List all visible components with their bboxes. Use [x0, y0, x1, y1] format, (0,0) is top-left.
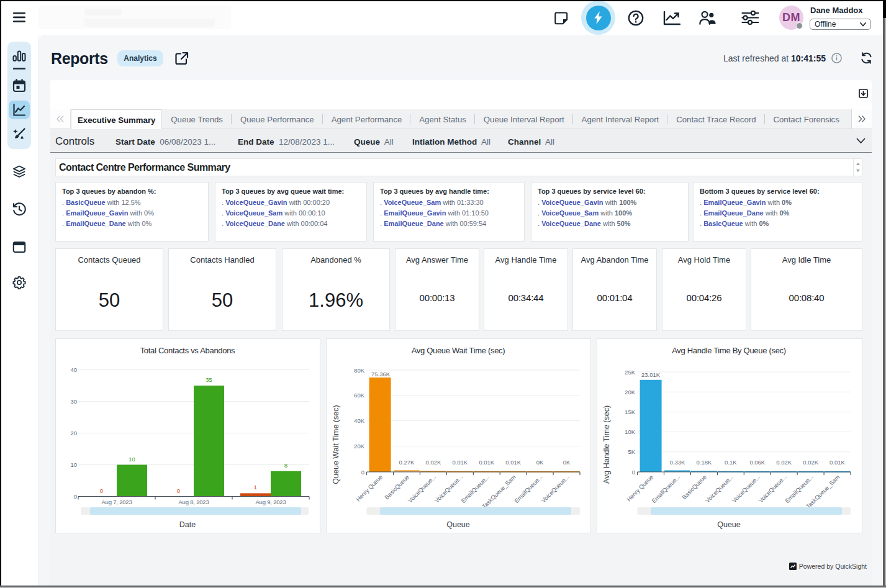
svg-text:8: 8 — [284, 462, 287, 469]
svg-text:0.01K: 0.01K — [829, 459, 845, 466]
svg-text:0: 0 — [100, 487, 103, 494]
svg-text:BasicQueue: BasicQueue — [383, 474, 410, 501]
svg-text:Avg Handle Time By Queue (sec): Avg Handle Time By Queue (sec) — [672, 346, 786, 355]
svg-text:0.27K: 0.27K — [399, 459, 415, 466]
svg-text:0.02K: 0.02K — [776, 459, 792, 466]
svg-text:10K: 10K — [625, 428, 636, 435]
svg-text:Total Contacts vs Abandons: Total Contacts vs Abandons — [140, 346, 235, 355]
svg-text:40: 40 — [70, 366, 77, 373]
svg-text:1: 1 — [254, 484, 257, 491]
svg-text:Aug 9, 2023: Aug 9, 2023 — [255, 499, 286, 505]
svg-text:20K: 20K — [625, 389, 636, 396]
svg-text:15K: 15K — [625, 409, 636, 415]
svg-text:Aug 8, 2023: Aug 8, 2023 — [178, 499, 209, 505]
svg-text:0: 0 — [632, 469, 635, 476]
svg-text:75.36K: 75.36K — [371, 371, 391, 378]
svg-text:40K: 40K — [354, 417, 365, 424]
svg-text:Henry Queue: Henry Queue — [625, 474, 654, 503]
svg-text:25K: 25K — [625, 369, 636, 376]
svg-text:Avg Handle Time (sec): Avg Handle Time (sec) — [602, 405, 611, 484]
svg-text:20: 20 — [70, 430, 77, 436]
svg-text:23.01K: 23.01K — [641, 371, 661, 378]
svg-text:35: 35 — [206, 376, 212, 383]
svg-text:30: 30 — [70, 398, 77, 405]
svg-text:0.18K: 0.18K — [696, 459, 712, 466]
svg-text:0.1K: 0.1K — [725, 459, 737, 466]
svg-text:20K: 20K — [354, 443, 365, 450]
svg-text:0.33K: 0.33K — [670, 459, 685, 466]
svg-text:EmailQueue...: EmailQueue... — [513, 474, 543, 504]
svg-text:VoiceQueue...: VoiceQueue... — [540, 474, 570, 504]
svg-text:VoiceQueue...: VoiceQueue... — [731, 474, 761, 504]
svg-text:VoiceQueue...: VoiceQueue... — [704, 474, 735, 504]
svg-text:VoiceQueue...: VoiceQueue... — [407, 474, 437, 504]
svg-text:0.01K: 0.01K — [505, 459, 521, 466]
svg-text:BasicQueue: BasicQueue — [680, 474, 708, 501]
svg-text:Date: Date — [179, 520, 196, 529]
svg-text:Queue Wait Time (sec): Queue Wait Time (sec) — [332, 405, 340, 484]
svg-text:60K: 60K — [354, 392, 365, 399]
svg-text:0.02K: 0.02K — [803, 459, 818, 466]
svg-text:0: 0 — [361, 469, 364, 476]
svg-text:Aug 7, 2023: Aug 7, 2023 — [101, 499, 132, 505]
svg-text:Henry Queue: Henry Queue — [355, 474, 384, 503]
svg-text:0.06K: 0.06K — [749, 459, 765, 466]
svg-text:0: 0 — [74, 493, 77, 500]
svg-text:0K: 0K — [536, 459, 544, 466]
svg-text:0.01K: 0.01K — [452, 459, 468, 466]
svg-text:EmailQueue...: EmailQueue... — [650, 474, 680, 504]
svg-text:5K: 5K — [628, 448, 635, 455]
svg-text:Avg Queue Wait Time (sec): Avg Queue Wait Time (sec) — [412, 346, 505, 355]
svg-text:0.02K: 0.02K — [425, 459, 441, 466]
svg-text:80K: 80K — [354, 367, 365, 374]
svg-text:0.01K: 0.01K — [479, 459, 494, 466]
svg-text:10: 10 — [70, 461, 77, 468]
svg-text:0K: 0K — [563, 459, 571, 466]
svg-text:10: 10 — [129, 456, 135, 463]
svg-text:Queue: Queue — [446, 520, 470, 529]
svg-text:0: 0 — [177, 487, 180, 494]
svg-text:Queue: Queue — [717, 520, 741, 529]
